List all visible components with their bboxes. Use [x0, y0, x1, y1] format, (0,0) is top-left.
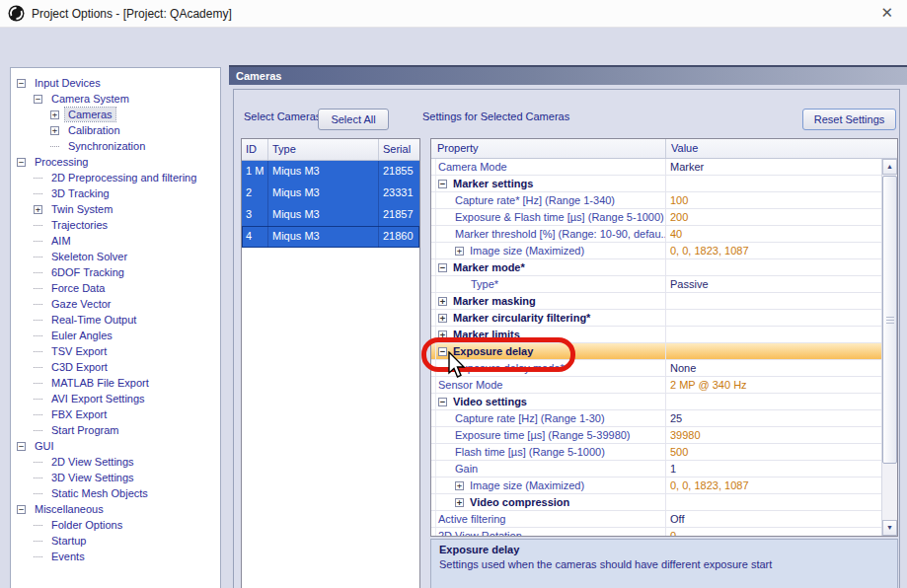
grid-row-exposure-delay[interactable]: −Exposure delay: [431, 343, 881, 360]
property-value[interactable]: Off: [666, 511, 881, 527]
close-icon[interactable]: ✕: [880, 5, 893, 21]
property-value[interactable]: 0, 0, 1823, 1087: [666, 478, 881, 493]
property-value[interactable]: 1: [666, 461, 881, 477]
tree-item-c3d-export[interactable]: C3D Export: [34, 359, 220, 375]
reset-settings-button[interactable]: Reset Settings: [802, 109, 896, 130]
expand-icon[interactable]: +: [50, 110, 59, 119]
expand-icon[interactable]: +: [455, 481, 464, 490]
collapse-icon[interactable]: −: [17, 158, 26, 167]
table-row[interactable]: 3Miqus M321857: [242, 204, 419, 226]
tree-item-fbx-export[interactable]: FBX Export: [34, 406, 220, 422]
tree-item-static-mesh-objects[interactable]: Static Mesh Objects: [34, 485, 220, 501]
property-value[interactable]: [666, 259, 881, 275]
tree-item-avi-export-settings[interactable]: AVI Export Settings: [34, 391, 220, 406]
select-all-button[interactable]: Select All: [318, 109, 389, 130]
tree-item-gaze-vector[interactable]: Gaze Vector: [34, 296, 220, 312]
column-header-property[interactable]: Property: [431, 139, 666, 158]
property-value[interactable]: 0: [666, 528, 881, 536]
tree-item-start-program[interactable]: Start Program: [34, 422, 220, 438]
property-value[interactable]: 0, 0, 1823, 1087: [666, 243, 881, 258]
tree-item-3d-tracking[interactable]: 3D Tracking: [34, 185, 220, 201]
tree-item-processing[interactable]: −Processing: [17, 154, 220, 170]
property-value[interactable]: 200: [666, 209, 881, 225]
tree-item-3d-view-settings[interactable]: 3D View Settings: [34, 470, 220, 485]
property-value[interactable]: [666, 293, 881, 309]
tree-item-startup[interactable]: Startup: [34, 533, 220, 549]
grid-row-marker-settings[interactable]: −Marker settings: [431, 176, 881, 192]
tree-item-tsv-export[interactable]: TSV Export: [34, 343, 220, 359]
collapse-icon[interactable]: −: [34, 95, 42, 104]
property-value[interactable]: 40: [666, 226, 881, 242]
property-value[interactable]: Marker: [666, 159, 881, 175]
grid-row-2d-view-rotation[interactable]: 2D View Rotation0: [431, 528, 881, 536]
grid-row-exposure-time-s-range-5-39980[interactable]: Exposure time [µs] (Range 5-39980)39980: [431, 427, 881, 444]
property-value[interactable]: None: [666, 360, 881, 376]
collapse-icon[interactable]: −: [438, 263, 447, 272]
grid-row-marker-threshold-range-10-90-defau[interactable]: Marker threshold [%] (Range: 10-90, defa…: [431, 226, 881, 243]
tree-item-calibration[interactable]: +Calibration: [50, 122, 220, 138]
grid-row-capture-rate-hz-range-1-340[interactable]: Capture rate* [Hz] (Range 1-340)100: [431, 192, 881, 209]
property-value[interactable]: 39980: [666, 427, 881, 443]
grid-row-active-filtering[interactable]: Active filteringOff: [431, 511, 881, 528]
tree-item-matlab-file-export[interactable]: MATLAB File Export: [34, 375, 220, 391]
expand-icon[interactable]: +: [50, 126, 59, 135]
vertical-scrollbar[interactable]: ▲ ▼: [881, 159, 897, 536]
grid-row-flash-time-s-range-5-1000[interactable]: Flash time [µs] (Range 5-1000)500: [431, 444, 881, 461]
tree-item-events[interactable]: Events: [34, 549, 220, 564]
property-value[interactable]: 2 MP @ 340 Hz: [666, 377, 881, 393]
property-value[interactable]: [666, 343, 881, 359]
expand-icon[interactable]: +: [438, 297, 447, 306]
grid-row-capture-rate-hz-range-1-30[interactable]: Capture rate [Hz] (Range 1-30)25: [431, 410, 881, 427]
property-value[interactable]: 500: [666, 444, 881, 460]
collapse-icon[interactable]: −: [438, 180, 447, 188]
collapse-icon[interactable]: −: [438, 398, 447, 406]
tree-item-skeleton-solver[interactable]: Skeleton Solver: [34, 249, 220, 264]
property-value[interactable]: [666, 394, 881, 409]
column-header-id[interactable]: ID: [242, 139, 268, 160]
tree-item-aim[interactable]: AIM: [34, 233, 220, 249]
tree-item-6dof-tracking[interactable]: 6DOF Tracking: [34, 264, 220, 280]
grid-row-marker-masking[interactable]: +Marker masking: [431, 293, 881, 310]
collapse-icon[interactable]: −: [17, 505, 26, 514]
expand-icon[interactable]: +: [34, 205, 42, 214]
tree-item-2d-preprocessing-and-filtering[interactable]: 2D Preprocessing and filtering: [34, 170, 220, 185]
property-value[interactable]: 100: [666, 192, 881, 208]
table-row[interactable]: 4Miqus M321860: [242, 226, 419, 248]
table-row[interactable]: 1 MMiqus M321855: [242, 161, 419, 183]
column-header-value[interactable]: Value: [666, 139, 897, 158]
grid-row-exposure-delay-mode[interactable]: Exposure delay mode*None: [431, 360, 881, 377]
column-header-serial[interactable]: Serial: [379, 139, 419, 160]
property-value[interactable]: [666, 494, 881, 510]
tree-item-force-data[interactable]: Force Data: [34, 280, 220, 296]
grid-row-marker-circularity-filtering[interactable]: +Marker circularity filtering*: [431, 310, 881, 327]
property-value[interactable]: Passive: [666, 276, 881, 292]
grid-row-video-settings[interactable]: −Video settings: [431, 394, 881, 410]
scroll-up-icon[interactable]: ▲: [882, 159, 897, 175]
expand-icon[interactable]: +: [455, 498, 464, 507]
grid-row-camera-mode[interactable]: Camera ModeMarker: [431, 159, 881, 176]
grid-row-sensor-mode[interactable]: Sensor Mode2 MP @ 340 Hz: [431, 377, 881, 394]
grid-row-marker-mode[interactable]: −Marker mode*: [431, 259, 881, 276]
tree-item-real-time-output[interactable]: Real-Time Output: [34, 312, 220, 328]
tree-item-2d-view-settings[interactable]: 2D View Settings: [34, 454, 220, 470]
property-value[interactable]: [666, 176, 881, 191]
scrollbar-thumb[interactable]: [882, 176, 897, 464]
tree-item-camera-system[interactable]: −Camera System: [34, 91, 220, 107]
tree-item-miscellaneous[interactable]: −Miscellaneous: [17, 501, 220, 517]
tree-item-input-devices[interactable]: −Input Devices: [17, 75, 220, 91]
property-value[interactable]: [666, 327, 881, 342]
scroll-down-icon[interactable]: ▼: [882, 520, 897, 536]
collapse-icon[interactable]: −: [438, 347, 447, 356]
collapse-icon[interactable]: −: [17, 442, 26, 451]
grid-row-image-size-maximized[interactable]: +Image size (Maximized)0, 0, 1823, 1087: [431, 243, 881, 259]
grid-row-type[interactable]: Type*Passive: [431, 276, 881, 293]
property-value[interactable]: [666, 310, 881, 326]
tree-item-trajectories[interactable]: Trajectories: [34, 217, 220, 233]
grid-row-marker-limits[interactable]: +Marker limits: [431, 327, 881, 343]
tree-item-folder-options[interactable]: Folder Options: [34, 517, 220, 533]
grid-row-gain[interactable]: Gain1: [431, 461, 881, 478]
grid-row-image-size-maximized[interactable]: +Image size (Maximized)0, 0, 1823, 1087: [431, 478, 881, 494]
tree-item-synchronization[interactable]: Synchronization: [50, 138, 220, 154]
expand-icon[interactable]: +: [438, 331, 447, 339]
tree-item-twin-system[interactable]: +Twin System: [34, 201, 220, 217]
